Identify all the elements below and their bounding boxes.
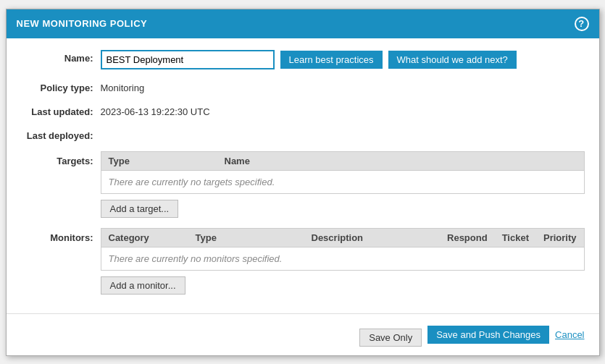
targets-label: Targets:	[21, 151, 101, 166]
learn-best-practices-button[interactable]: Learn best practices	[280, 51, 383, 69]
policy-type-value: Monitoring	[101, 80, 585, 93]
help-icon[interactable]: ?	[575, 17, 589, 31]
monitors-label: Monitors:	[21, 228, 101, 243]
save-only-button[interactable]: Save Only	[359, 329, 422, 347]
name-content: Learn best practices What should we add …	[101, 50, 585, 69]
last-updated-value: 2023-06-13 19:22:30 UTC	[101, 103, 585, 117]
targets-empty-message: There are currently no targets specified…	[101, 171, 584, 193]
what-should-we-add-button[interactable]: What should we add next?	[388, 51, 517, 69]
targets-table-header: Type Name	[101, 152, 584, 171]
new-monitoring-policy-dialog: NEW MONITORING POLICY ? Name: Learn best…	[6, 9, 600, 356]
policy-type-label: Policy type:	[21, 80, 101, 93]
dialog-header: NEW MONITORING POLICY ?	[7, 9, 599, 38]
add-target-button[interactable]: Add a target...	[101, 200, 179, 218]
monitors-table-header: Category Type Description Respond Ticket…	[101, 229, 584, 247]
dialog-title: NEW MONITORING POLICY	[17, 18, 148, 29]
monitors-col-respond: Respond	[440, 229, 495, 247]
add-monitor-button[interactable]: Add a monitor...	[101, 276, 185, 295]
monitors-col-description: Description	[304, 229, 441, 247]
save-and-push-button[interactable]: Save and Push Changes	[427, 326, 549, 344]
monitors-col-priority: Priority	[536, 229, 584, 247]
dialog-body: Name: Learn best practices What should w…	[7, 38, 599, 313]
last-deployed-value	[101, 127, 585, 130]
monitors-content: Category Type Description Respond Ticket…	[101, 228, 585, 295]
name-row: Name: Learn best practices What should w…	[21, 50, 585, 69]
cancel-button[interactable]: Cancel	[555, 329, 584, 340]
dialog-footer: Save Only Save and Push Changes Cancel	[7, 313, 599, 355]
monitors-empty-message: There are currently no monitors specifie…	[101, 247, 584, 270]
last-updated-label: Last updated:	[21, 103, 101, 117]
monitors-row: Monitors: Category Type Description Resp…	[21, 228, 585, 295]
last-deployed-label: Last deployed:	[21, 127, 101, 141]
targets-row: Targets: Type Name There are currently n…	[21, 151, 585, 218]
name-label: Name:	[21, 50, 101, 64]
last-updated-row: Last updated: 2023-06-13 19:22:30 UTC	[21, 103, 585, 117]
name-input[interactable]	[101, 50, 275, 69]
policy-type-row: Policy type: Monitoring	[21, 80, 585, 93]
targets-col-name: Name	[217, 152, 584, 170]
monitors-table: Category Type Description Respond Ticket…	[101, 228, 585, 271]
last-deployed-row: Last deployed:	[21, 127, 585, 141]
targets-table: Type Name There are currently no targets…	[101, 151, 585, 194]
monitors-col-category: Category	[101, 229, 188, 247]
monitors-col-type: Type	[188, 229, 304, 247]
targets-content: Type Name There are currently no targets…	[101, 151, 585, 218]
targets-col-type: Type	[101, 152, 217, 170]
monitors-col-ticket: Ticket	[495, 229, 536, 247]
